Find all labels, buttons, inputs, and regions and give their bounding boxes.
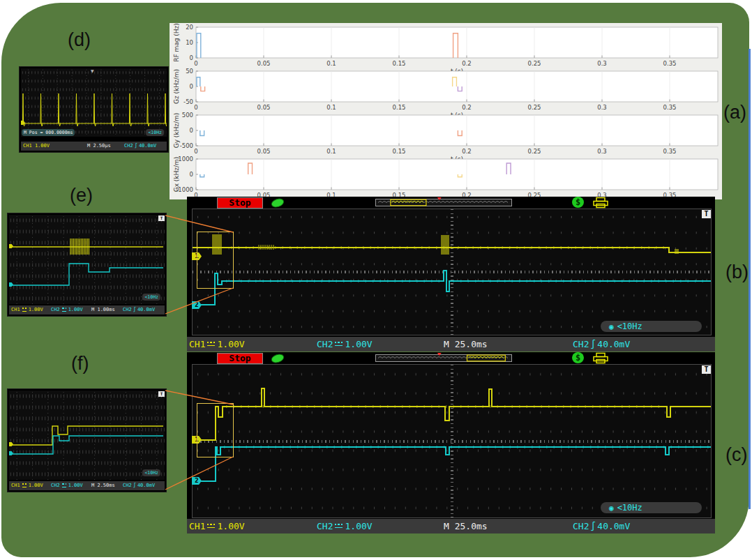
inset-e-readout: CH11.00V CH21.00V M 1.00ms CH2∫40.0mV [9,305,165,315]
svg-text:0.15: 0.15 [393,104,406,111]
svg-text:0.25: 0.25 [528,104,541,111]
ch1-readout: CH11.00V [189,519,245,533]
scope-b-display: T 1 2 <10Hz [192,209,712,335]
timebase-readout: M 2.50ms [91,481,115,490]
svg-text:-50: -50 [183,98,193,105]
ch1-readout: CH11.00V [11,305,43,315]
trigger-marker: T [158,391,165,397]
ch2-readout: CH21.00V [317,337,373,351]
svg-text:0.35: 0.35 [663,104,677,111]
svg-text:0.15: 0.15 [393,148,406,155]
svg-text:0.1: 0.1 [326,104,336,111]
inset-d-traces [21,68,167,137]
ch1-readout: CH11.00V [11,481,43,490]
ch1-readout: CH1 1.00V [23,142,50,151]
waveform-position-bar[interactable] [375,353,512,363]
rising-edge-icon: ∫ [133,305,136,315]
svg-text:0: 0 [190,127,193,134]
svg-text:0.35: 0.35 [663,60,677,67]
freq-badge: <10Hz [146,129,164,136]
stop-button[interactable]: Stop [217,353,263,364]
inset-d-readout: CH1 1.00V M 2.50μs CH2∫40.0mV [21,142,167,151]
inset-e-traces [9,215,165,304]
inset-f-readout: CH11.00V CH21.00V M 2.50ms CH2∫40.0mV [9,481,165,490]
trigger-readout: CH2∫40.0mV [573,519,630,533]
pulse-sequence-panel: 00.050.10.150.20.250.30.3501020RF mag (H… [170,23,722,199]
timebase-readout: M 2.50μs [87,142,111,151]
trigger-marker: T [702,365,711,374]
trigger-readout: CH2∫40.0mV [123,481,155,490]
scope-c-topbar: Stop $ [187,352,715,364]
scope-b-traces [193,209,711,335]
bandwidth-icon [609,503,617,513]
svg-text:0.2: 0.2 [462,148,472,155]
svg-text:0.15: 0.15 [393,60,406,67]
panel-label-c: (c) [725,444,747,466]
svg-text:0.2: 0.2 [462,60,472,67]
svg-text:0.05: 0.05 [257,60,271,67]
svg-text:0: 0 [190,83,193,90]
svg-text:1000: 1000 [178,156,193,162]
panel-label-a: (a) [723,102,746,123]
trigger-readout: CH2∫40.0mV [573,337,630,351]
ch2-readout: CH21.00V [51,305,83,315]
figure-canvas: 00.050.10.150.20.250.30.3501020RF mag (H… [0,0,752,560]
slide-edge-line [749,49,751,509]
svg-text:0.1: 0.1 [326,148,336,155]
svg-text:0: 0 [190,54,193,61]
svg-text:10: 10 [186,39,193,46]
stop-button[interactable]: Stop [217,197,263,209]
timebase-readout: M 25.0ms [444,519,488,533]
coupling-icon [22,308,27,311]
inset-d-display: ▼ M Pos = 000.0000ms <10Hz [21,68,167,137]
waveform-position-bar[interactable] [375,197,512,208]
svg-text:0.1: 0.1 [326,60,336,67]
ch2-readout: CH21.00V [51,481,83,490]
ch1-readout: CH11.00V [189,337,245,351]
timebase-readout: M 25.0ms [444,337,488,351]
freq-badge: <10Hz [142,294,160,301]
scope-c-traces [193,365,711,517]
coupling-icon [62,308,66,311]
coupling-icon [22,483,27,487]
rising-edge-icon: ∫ [135,142,137,151]
coupling-icon [207,342,215,347]
inset-e-display: T <10Hz [9,215,165,304]
rising-edge-icon: ∫ [133,481,136,490]
svg-text:0.2: 0.2 [462,104,472,111]
svg-text:0: 0 [190,171,193,178]
panel-label-b: (b) [725,262,749,283]
freq-badge: <10Hz [142,469,160,476]
trigger-readout: CH2∫40.0mV [124,142,156,151]
inset-scope-e: T <10Hz CH11.00V CH21.00V M 1.00ms CH2∫4… [7,213,167,317]
rising-edge-icon: ∫ [590,337,596,351]
inset-f-display: T <10Hz [9,391,165,480]
coupling-icon [207,524,215,529]
svg-text:20: 20 [186,24,193,31]
inset-scope-f: T <10Hz CH11.00V CH21.00V M 2.50ms CH2∫4… [7,388,167,492]
scope-b-topbar: Stop $ [187,197,715,209]
freq-badge: <10Hz [601,321,702,332]
pulse-sequence-plots: 00.050.10.150.20.250.30.3501020RF mag (H… [170,23,722,199]
coupling-icon [335,524,343,529]
inset-scope-d: ▼ M Pos = 000.0000ms <10Hz CH1 1.00V M 2… [19,66,169,153]
svg-text:Gz (kHz/m): Gz (kHz/m) [173,69,180,104]
svg-text:-500: -500 [180,142,193,149]
panel-label-f: (f) [71,353,89,374]
svg-text:0: 0 [194,148,197,155]
ch2-readout: CH21.00V [317,519,373,533]
trigger-marker: T [702,210,711,218]
svg-text:0.3: 0.3 [597,104,607,111]
save-icon[interactable]: $ [572,352,584,363]
position-badge: M Pos = 000.0000ms [22,129,75,136]
svg-text:0.35: 0.35 [663,148,677,155]
zoom-region-box-c [197,403,234,457]
scope-c-display: T 1 2 <10Hz [192,364,712,518]
trigger-marker: T [158,215,165,221]
svg-text:0.05: 0.05 [257,148,271,155]
svg-text:0.25: 0.25 [528,60,541,67]
trigger-position-icon: ▼ [91,68,94,73]
save-icon[interactable]: $ [572,197,584,208]
panel-label-e: (e) [70,185,93,206]
svg-text:0.25: 0.25 [528,148,541,155]
